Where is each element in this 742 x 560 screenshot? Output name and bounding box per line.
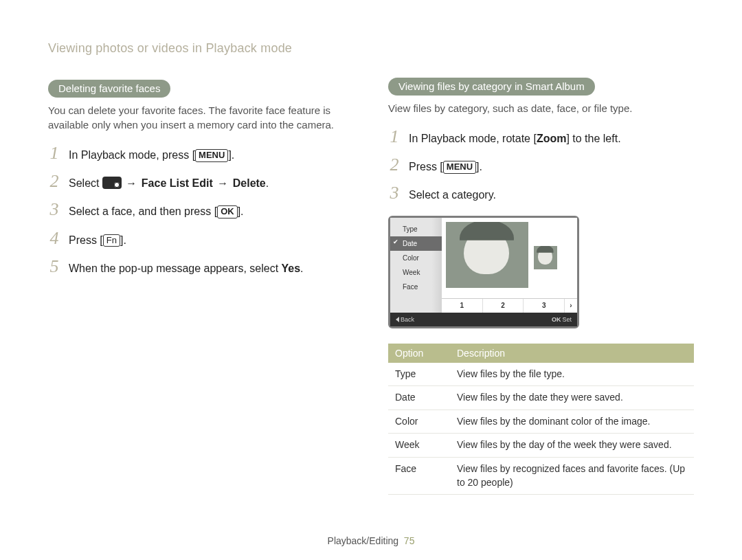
back-label: Back (401, 316, 414, 323)
table-row: TypeView files by the file type. (388, 363, 694, 386)
pager-next-icon: › (565, 299, 577, 313)
pager-number: 3 (524, 299, 565, 313)
intro-left: You can delete your favorite faces. The … (48, 103, 354, 132)
thumbnail-area: 123› (442, 218, 577, 313)
zoom-label: Zoom (537, 133, 567, 144)
ok-icon: OK (552, 316, 561, 323)
table-row: ColorView files by the dominant color of… (388, 410, 694, 434)
menu-item-face: Face (390, 280, 442, 294)
step-text: Select a category. (409, 184, 496, 203)
step-text: In Playback mode, rotate [ (409, 133, 537, 144)
arrow-icon: → (213, 177, 233, 189)
yes-label: Yes (282, 262, 301, 274)
step-text: ]. (476, 161, 482, 172)
steps-right: 1 In Playback mode, rotate [Zoom] to the… (388, 128, 694, 203)
step-text: . (266, 177, 269, 189)
table-head-description: Description (450, 344, 694, 363)
menu-item-color: Color (390, 251, 442, 265)
step-number: 3 (48, 201, 60, 219)
options-table: Option Description TypeView files by the… (388, 344, 694, 495)
camera-screen: TypeDateColorWeekFace 123› Back OKSet (388, 216, 579, 328)
intro-right: View files by category, such as date, fa… (388, 101, 694, 115)
step-number: 1 (48, 144, 60, 162)
option-name: Face (388, 457, 450, 494)
step-text: When the pop-up message appears, select (69, 262, 282, 274)
step-number: 2 (48, 172, 60, 190)
menu-path-item: Delete (233, 177, 266, 189)
step-text: Press [ (409, 161, 443, 172)
step-text: . (300, 262, 303, 274)
step-number: 2 (388, 156, 401, 174)
table-row: FaceView files by recognized faces and f… (388, 457, 694, 494)
option-description: View files by the file type. (450, 363, 694, 386)
pager: 123› (442, 298, 577, 313)
step-4: 4 Press [Fn]. (48, 229, 354, 248)
step-2: 2 Select → Face List Edit → Delete. (48, 172, 354, 191)
breadcrumb: Viewing photos or videos in Playback mod… (48, 41, 354, 56)
footer-section: Playback/Editing (328, 535, 399, 546)
menu-button-icon: MENU (443, 161, 476, 174)
step-5: 5 When the pop-up message appears, selec… (48, 258, 354, 276)
option-name: Date (388, 386, 450, 410)
right-column: Viewing files by category in Smart Album… (388, 41, 694, 515)
pager-number: 1 (442, 299, 483, 313)
step-number: 4 (48, 229, 60, 247)
arrow-icon: → (122, 177, 142, 189)
set-label: Set (562, 316, 572, 323)
fn-button-icon: Fn (103, 234, 120, 247)
menu-path-item: Face List Edit (142, 177, 213, 189)
step-text: ]. (228, 149, 234, 161)
step-text: ]. (120, 234, 126, 246)
face-icon (464, 228, 509, 274)
option-description: View files by recognized faces and favor… (450, 457, 694, 494)
step-number: 1 (388, 128, 401, 146)
thumbnail-small (534, 246, 557, 269)
menu-item-week: Week (390, 265, 442, 280)
steps-left: 1 In Playback mode, press [MENU]. 2 Sele… (48, 144, 354, 276)
step-2: 2 Press [MENU]. (388, 156, 694, 175)
menu-item-type: Type (390, 222, 442, 236)
left-column: Viewing photos or videos in Playback mod… (48, 41, 354, 515)
table-head-option: Option (388, 344, 450, 363)
back-arrow-icon (396, 317, 399, 322)
option-description: View files by the dominant color of the … (450, 410, 694, 434)
step-text: Select (69, 177, 102, 189)
step-number: 5 (48, 258, 60, 276)
page-footer: Playback/Editing 75 (0, 535, 742, 546)
page-number: 75 (404, 535, 415, 546)
table-row: DateView files by the date they were sav… (388, 386, 694, 410)
option-name: Color (388, 410, 450, 434)
pager-number: 2 (483, 299, 524, 313)
step-3: 3 Select a category. (388, 184, 694, 203)
step-3: 3 Select a face, and then press [OK]. (48, 201, 354, 219)
ok-button-icon: OK (217, 205, 238, 219)
screen-footer: Back OKSet (390, 313, 577, 326)
page: Viewing photos or videos in Playback mod… (0, 0, 742, 515)
face-icon (538, 248, 552, 265)
option-description: View files by the day of the week they w… (450, 434, 694, 458)
option-name: Type (388, 363, 450, 386)
thumbnail-large (446, 222, 528, 288)
menu-item-date: Date (390, 236, 442, 251)
step-text: ]. (238, 205, 244, 217)
step-text: In Playback mode, press [ (69, 149, 195, 161)
step-number: 3 (388, 184, 401, 202)
step-text: Select a face, and then press [ (69, 205, 217, 217)
menu-button-icon: MENU (195, 149, 228, 162)
step-1: 1 In Playback mode, rotate [Zoom] to the… (388, 128, 694, 146)
option-name: Week (388, 434, 450, 458)
heading-smart-album: Viewing files by category in Smart Album (388, 78, 595, 96)
table-row: WeekView files by the day of the week th… (388, 434, 694, 458)
heading-deleting-favorite-faces: Deleting favorite faces (48, 80, 170, 98)
option-description: View files by the date they were saved. (450, 386, 694, 410)
step-text: ] to the left. (566, 133, 620, 144)
settings-icon (102, 177, 122, 189)
step-1: 1 In Playback mode, press [MENU]. (48, 144, 354, 163)
category-menu: TypeDateColorWeekFace (390, 218, 442, 313)
step-text: Press [ (69, 234, 103, 246)
